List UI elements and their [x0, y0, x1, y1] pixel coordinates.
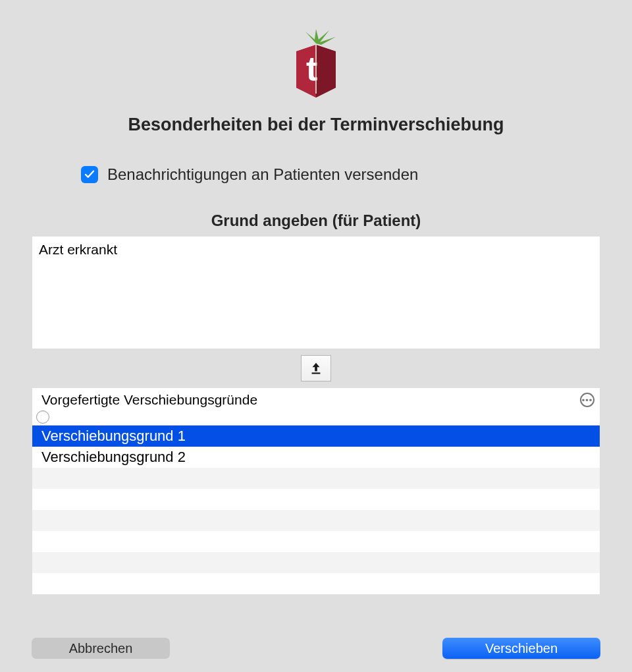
list-item[interactable] [32, 468, 600, 489]
more-icon[interactable]: ••• [580, 393, 594, 407]
list-item[interactable]: Verschiebungsgrund 2 [32, 447, 600, 468]
app-logo: t [5, 5, 627, 104]
checkmark-icon [84, 169, 95, 181]
list-item[interactable] [32, 489, 600, 510]
dialog-title: Besonderheiten bei der Terminverschiebun… [5, 115, 627, 135]
preset-reasons-title: Vorgefertigte Verschiebungsgründe [41, 392, 257, 408]
upload-button[interactable] [301, 355, 331, 381]
reschedule-dialog: t Besonderheiten bei der Terminverschieb… [5, 5, 627, 667]
reason-textarea[interactable] [32, 237, 600, 349]
reason-label: Grund angeben (für Patient) [5, 211, 627, 230]
dialog-footer: Abbrechen Verschieben [5, 638, 627, 659]
preset-reasons-list[interactable]: Verschiebungsgrund 1Verschiebungsgrund 2 [32, 426, 600, 594]
list-item[interactable] [32, 531, 600, 552]
list-item[interactable] [32, 573, 600, 594]
list-item[interactable] [32, 510, 600, 531]
upload-icon [309, 361, 323, 376]
cancel-button[interactable]: Abbrechen [32, 638, 170, 659]
preset-radio-row[interactable] [32, 410, 600, 426]
preset-reasons-box: Vorgefertigte Verschiebungsgründe ••• [32, 388, 600, 426]
notify-patients-row[interactable]: Benachrichtigungen an Patienten versende… [5, 165, 627, 184]
list-item[interactable]: Verschiebungsgrund 1 [32, 426, 600, 447]
list-item[interactable] [32, 552, 600, 573]
confirm-button[interactable]: Verschieben [442, 638, 600, 659]
tomato-logo-icon: t [276, 25, 356, 104]
notify-patients-checkbox[interactable] [81, 166, 98, 183]
notify-patients-label: Benachrichtigungen an Patienten versende… [107, 165, 418, 184]
svg-rect-1 [312, 372, 321, 374]
radio-icon[interactable] [36, 410, 49, 424]
preset-reasons-header: Vorgefertigte Verschiebungsgründe ••• [32, 388, 600, 410]
